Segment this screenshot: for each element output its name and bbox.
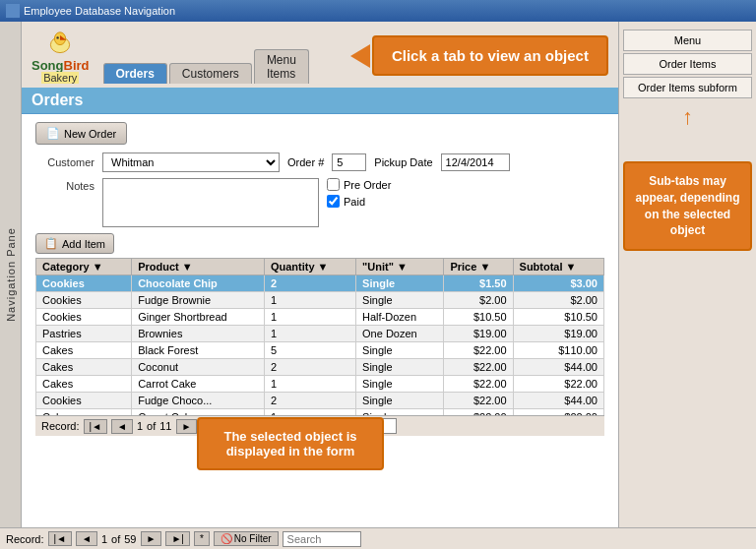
inner-rec-total: 11 bbox=[159, 420, 171, 432]
table-row[interactable]: CakesCoconut2Single$22.00$44.00 bbox=[36, 359, 604, 376]
inner-prev-btn[interactable]: ◄ bbox=[111, 419, 133, 434]
pre-order-check-row: Pre Order bbox=[327, 178, 391, 191]
tab-customers[interactable]: Customers bbox=[169, 63, 252, 84]
title-bar-label: Employee Database Navigation bbox=[24, 5, 175, 17]
svg-point-3 bbox=[57, 36, 59, 38]
outer-window: Employee Database Navigation Navigation … bbox=[0, 0, 756, 549]
paid-check-row: Paid bbox=[327, 195, 391, 208]
table-row[interactable]: CakesCarrot Cake1Single$22.00$22.00 bbox=[36, 376, 604, 393]
outer-rec-label: Record: bbox=[6, 533, 44, 545]
paid-label: Paid bbox=[344, 196, 365, 208]
callout-arrow-left bbox=[350, 44, 370, 68]
logo-text-bakery: Bakery bbox=[41, 72, 79, 84]
outer-first-btn[interactable]: |◄ bbox=[48, 531, 73, 546]
new-order-icon: 📄 bbox=[46, 127, 60, 140]
table-row[interactable]: CookiesFudge Choco...2Single$22.00$44.00 bbox=[36, 393, 604, 409]
tab-menu-items[interactable]: Menu Items bbox=[254, 49, 309, 84]
customer-select[interactable]: Whitman bbox=[102, 152, 280, 172]
orders-table: Category ▼ Product ▼ Quantity ▼ "Unit" ▼… bbox=[35, 258, 604, 415]
table-row[interactable]: CakesBlack Forest5Single$22.00$110.00 bbox=[36, 342, 604, 359]
tabs-row: Orders Customers Menu Items bbox=[99, 49, 313, 84]
outer-prev-btn[interactable]: ◄ bbox=[76, 531, 97, 546]
right-panel: Menu Order Items Order Items subform ↑ S… bbox=[618, 22, 756, 527]
col-unit: "Unit" ▼ bbox=[356, 259, 444, 275]
subtabs-up-arrow: ↑ bbox=[682, 104, 693, 130]
grid-area: 📋 Add Item Category ▼ Product ▼ Quantity… bbox=[35, 233, 604, 436]
logo-text-bird: Bird bbox=[64, 59, 90, 72]
inner-rec-label: Record: bbox=[41, 420, 80, 432]
customer-label: Customer bbox=[35, 156, 94, 168]
outer-new-btn[interactable]: * bbox=[194, 531, 210, 546]
col-subtotal: Subtotal ▼ bbox=[513, 259, 603, 275]
right-panel-order-items[interactable]: Order Items bbox=[623, 53, 752, 75]
nav-pane-label: Navigation Pane bbox=[5, 227, 17, 322]
logo-text-song: Song bbox=[32, 59, 64, 72]
click-tab-callout: Click a tab to view an object bbox=[372, 35, 608, 76]
inner-next-btn[interactable]: ► bbox=[176, 419, 198, 434]
order-num-input[interactable] bbox=[332, 153, 366, 171]
pickup-date-label: Pickup Date bbox=[374, 156, 432, 168]
inner-rec-current: 1 bbox=[137, 420, 143, 432]
selected-object-callout: The selected object is displayed in the … bbox=[197, 417, 384, 470]
table-row[interactable]: CookiesGinger Shortbread1Half-Dozen$10.5… bbox=[36, 309, 604, 326]
pre-order-label: Pre Order bbox=[344, 179, 391, 191]
order-num-label: Order # bbox=[287, 156, 324, 168]
pickup-date-input[interactable] bbox=[441, 153, 510, 171]
col-qty: Quantity ▼ bbox=[264, 259, 355, 275]
outer-no-filter-btn[interactable]: 🚫 No Filter bbox=[214, 531, 279, 546]
outer-record-nav: Record: |◄ ◄ 1 of 59 ► ►| * 🚫 No Filter bbox=[0, 527, 756, 549]
title-bar: Employee Database Navigation bbox=[0, 0, 756, 22]
right-panel-menu[interactable]: Menu bbox=[623, 30, 752, 51]
add-item-button[interactable]: 📋 Add Item bbox=[35, 233, 114, 254]
table-row[interactable]: CookiesFudge Brownie1Single$2.00$2.00 bbox=[36, 292, 604, 309]
inner-first-btn[interactable]: |◄ bbox=[84, 419, 108, 434]
outer-rec-total: 59 bbox=[124, 533, 136, 545]
outer-rec-current: 1 bbox=[101, 533, 107, 545]
logo-box: Song Bird Bakery bbox=[32, 28, 90, 84]
outer-search-input[interactable] bbox=[283, 531, 361, 547]
tab-orders[interactable]: Orders bbox=[103, 63, 167, 84]
notes-textarea[interactable] bbox=[102, 178, 319, 227]
paid-checkbox[interactable] bbox=[327, 195, 340, 208]
table-row[interactable]: PastriesBrownies1One Dozen$19.00$19.00 bbox=[36, 326, 604, 342]
checkbox-area: Pre Order Paid bbox=[327, 178, 391, 208]
customer-row: Customer Whitman Order # Pickup Date bbox=[35, 152, 604, 172]
logo-bird-icon bbox=[44, 28, 76, 59]
col-price: Price ▼ bbox=[444, 259, 513, 275]
col-category: Category ▼ bbox=[36, 259, 132, 275]
right-panel-order-items-subform[interactable]: Order Items subform bbox=[623, 77, 752, 98]
notes-row: Notes Pre Order Paid bbox=[35, 178, 604, 227]
outer-next-btn[interactable]: ► bbox=[141, 531, 162, 546]
outer-filter-icon: 🚫 bbox=[220, 533, 232, 544]
title-bar-icon bbox=[6, 4, 20, 18]
add-item-icon: 📋 bbox=[44, 237, 58, 250]
col-product: Product ▼ bbox=[132, 259, 265, 275]
form-title: Orders bbox=[22, 88, 618, 114]
subtabs-callout: Sub-tabs may appear, depending on the se… bbox=[623, 161, 752, 251]
outer-last-btn[interactable]: ►| bbox=[165, 531, 190, 546]
table-row[interactable]: CookiesChocolate Chip2Single$1.50$3.00 bbox=[36, 275, 604, 292]
logo-area: Song Bird Bakery Orders Customers Menu I… bbox=[22, 22, 618, 88]
new-order-button[interactable]: 📄 New Order bbox=[35, 122, 127, 145]
nav-pane: Navigation Pane bbox=[0, 22, 22, 527]
pre-order-checkbox[interactable] bbox=[327, 178, 340, 191]
notes-label: Notes bbox=[35, 180, 94, 192]
